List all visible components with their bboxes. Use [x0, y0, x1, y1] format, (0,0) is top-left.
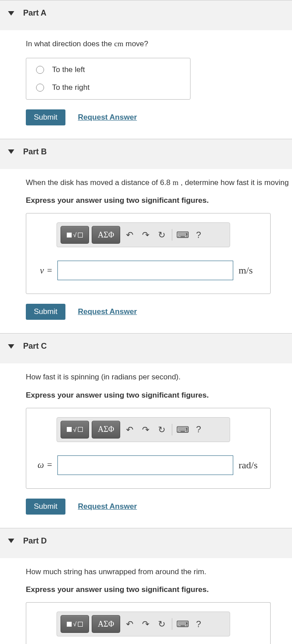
radio-icon	[36, 84, 44, 92]
part-a-options: To the left To the right	[26, 58, 191, 100]
greek-button[interactable]: ΑΣΦ	[92, 226, 120, 244]
variable-label: v =	[34, 266, 52, 276]
separator	[172, 618, 172, 630]
help-icon[interactable]: ?	[192, 423, 205, 436]
part-b-buttons: Submit Request Answer	[26, 304, 292, 320]
part-c-body: How fast it is spinning (in radians per …	[0, 363, 292, 528]
part-c-instruction: Express your answer using two significan…	[26, 391, 292, 400]
undo-icon[interactable]: ↶	[123, 228, 136, 242]
option-label: To the left	[52, 65, 85, 74]
templates-button[interactable]: √	[61, 421, 89, 439]
caret-down-icon	[8, 11, 14, 16]
part-a: Part A In what direction does the cm mov…	[0, 0, 292, 139]
part-a-question: In what direction does the cm move?	[26, 38, 292, 50]
part-c: Part C How fast it is spinning (in radia…	[0, 333, 292, 528]
templates-button[interactable]: √	[61, 226, 89, 244]
reset-icon[interactable]: ↻	[155, 228, 168, 242]
request-answer-link[interactable]: Request Answer	[78, 502, 137, 511]
part-d-header[interactable]: Part D	[0, 528, 292, 558]
part-b-title: Part B	[23, 147, 47, 157]
part-b-input-row: v = m/s	[34, 261, 262, 280]
part-b-header[interactable]: Part B	[0, 139, 292, 169]
units-label: rad/s	[239, 459, 258, 471]
part-d-instruction: Express your answer using two significan…	[26, 585, 292, 594]
submit-button[interactable]: Submit	[26, 304, 65, 320]
request-answer-link[interactable]: Request Answer	[78, 307, 137, 316]
redo-icon[interactable]: ↷	[139, 617, 152, 631]
part-d-answer-frame: √ ΑΣΦ ↶ ↷ ↻ ⌨ ? s = m	[26, 602, 271, 644]
caret-down-icon	[8, 149, 14, 154]
equation-toolbar: √ ΑΣΦ ↶ ↷ ↻ ⌨ ?	[57, 612, 230, 636]
units-label: m/s	[239, 265, 253, 276]
submit-button[interactable]: Submit	[26, 109, 65, 125]
part-a-header[interactable]: Part A	[0, 0, 292, 30]
keyboard-icon[interactable]: ⌨	[176, 617, 189, 631]
option-label: To the right	[52, 83, 89, 92]
variable-label: ω =	[34, 460, 52, 470]
part-d: Part D How much string has unwrapped fro…	[0, 528, 292, 644]
part-a-buttons: Submit Request Answer	[26, 109, 292, 125]
part-c-header[interactable]: Part C	[0, 334, 292, 363]
part-b-body: When the disk has moved a distance of 6.…	[0, 169, 292, 334]
part-b: Part B When the disk has moved a distanc…	[0, 139, 292, 334]
greek-button[interactable]: ΑΣΦ	[92, 615, 120, 633]
greek-button[interactable]: ΑΣΦ	[92, 421, 120, 439]
part-a-title: Part A	[23, 8, 46, 18]
request-answer-link[interactable]: Request Answer	[78, 113, 137, 122]
templates-button[interactable]: √	[61, 615, 89, 633]
caret-down-icon	[8, 344, 14, 349]
part-b-question: When the disk has moved a distance of 6.…	[26, 177, 292, 189]
redo-icon[interactable]: ↷	[139, 228, 152, 242]
reset-icon[interactable]: ↻	[155, 617, 168, 631]
part-d-question: How much string has unwrapped from aroun…	[26, 566, 292, 578]
separator	[172, 229, 172, 241]
redo-icon[interactable]: ↷	[139, 423, 152, 436]
part-a-body: In what direction does the cm move? To t…	[0, 30, 292, 139]
undo-icon[interactable]: ↶	[123, 423, 136, 436]
part-c-buttons: Submit Request Answer	[26, 499, 292, 515]
option-left[interactable]: To the left	[26, 61, 190, 79]
part-c-answer-frame: √ ΑΣΦ ↶ ↷ ↻ ⌨ ? ω = rad/s	[26, 408, 271, 489]
help-icon[interactable]: ?	[192, 617, 205, 631]
answer-input[interactable]	[57, 261, 233, 280]
part-b-instruction: Express your answer using two significan…	[26, 196, 292, 205]
separator	[172, 424, 172, 435]
equation-toolbar: √ ΑΣΦ ↶ ↷ ↻ ⌨ ?	[57, 222, 230, 247]
submit-button[interactable]: Submit	[26, 499, 65, 515]
keyboard-icon[interactable]: ⌨	[176, 228, 189, 242]
undo-icon[interactable]: ↶	[123, 617, 136, 631]
part-c-title: Part C	[23, 342, 47, 351]
reset-icon[interactable]: ↻	[155, 423, 168, 436]
answer-input[interactable]	[57, 455, 233, 475]
part-c-question: How fast it is spinning (in radians per …	[26, 371, 292, 383]
option-right[interactable]: To the right	[26, 79, 190, 97]
equation-toolbar: √ ΑΣΦ ↶ ↷ ↻ ⌨ ?	[57, 417, 230, 442]
help-icon[interactable]: ?	[192, 228, 205, 242]
radio-icon	[36, 66, 44, 74]
part-c-input-row: ω = rad/s	[34, 455, 262, 475]
keyboard-icon[interactable]: ⌨	[176, 423, 189, 436]
caret-down-icon	[8, 539, 14, 543]
part-b-answer-frame: √ ΑΣΦ ↶ ↷ ↻ ⌨ ? v = m/s	[26, 213, 271, 294]
part-d-title: Part D	[23, 536, 47, 546]
part-d-body: How much string has unwrapped from aroun…	[0, 558, 292, 644]
